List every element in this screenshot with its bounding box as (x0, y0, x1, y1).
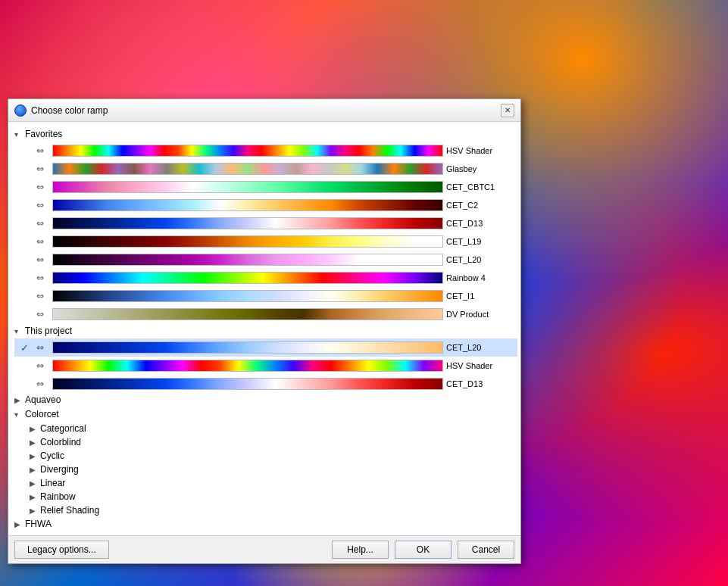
title-left: Choose color ramp (14, 104, 108, 117)
section-fhwa[interactable]: ▶ FHWA (11, 517, 517, 531)
ramp-bar-glasbey (52, 163, 443, 175)
dialog-titlebar: Choose color ramp ✕ (8, 99, 520, 122)
ramp-label-rainbow4: Rainbow 4 (446, 273, 514, 282)
section-favorites[interactable]: ▾ Favorites (11, 126, 517, 142)
swap-icon-dv-product[interactable] (31, 307, 49, 321)
relief-shading-arrow: ▶ (30, 507, 40, 515)
ramp-bar-cet-l20-sel (52, 341, 443, 354)
section-colorcet[interactable]: ▾ Colorcet (11, 407, 517, 422)
linear-arrow: ▶ (30, 479, 40, 488)
checkmark-cet-l20-sel: ✓ (17, 342, 31, 354)
this-project-label: This project (25, 326, 72, 336)
ramp-label-hsv-shader2: HSV Shader (446, 361, 514, 370)
ramp-row-cet-d13-2[interactable]: CET_D13 (14, 375, 517, 393)
ramp-label-cet-cbtc1: CET_CBTC1 (446, 182, 514, 192)
ramp-row-rainbow4[interactable]: Rainbow 4 (14, 269, 517, 287)
fhwa-label: FHWA (25, 519, 52, 529)
ramp-label-hsv-shader: HSV Shader (446, 146, 514, 155)
ramp-row-dv-product[interactable]: DV Product (14, 305, 517, 323)
ramp-bar-cet-d13 (52, 217, 443, 229)
ramp-bar-dv-product (52, 308, 443, 320)
swap-icon-cet-l20[interactable] (31, 253, 49, 267)
fhwa-arrow: ▶ (14, 520, 25, 528)
ramp-row-cet-l20[interactable]: CET_L20 (14, 251, 517, 269)
colorcet-arrow: ▾ (14, 410, 25, 419)
favorites-arrow: ▾ (14, 130, 25, 139)
ramp-row-cet-l20-sel[interactable]: ✓ CET_L20 (14, 338, 517, 357)
ramp-label-dv-product: DV Product (446, 310, 514, 319)
ramp-bar-cet-l19 (52, 235, 443, 248)
categorical-label: Categorical (40, 423, 86, 434)
cyclic-arrow: ▶ (30, 452, 40, 460)
footer-right: Help... OK Cancel (332, 541, 514, 559)
colorcet-content: ▶ Categorical ▶ Colorblind ▶ Cyclic ▶ Di… (11, 422, 517, 517)
cancel-button[interactable]: Cancel (458, 541, 514, 559)
swap-icon-cet-c2[interactable] (31, 198, 49, 212)
ramp-label-cet-l20-sel: CET_L20 (446, 343, 514, 352)
ramp-label-cet-l20: CET_L20 (446, 255, 514, 264)
ramp-row-cet-cbtc1[interactable]: CET_CBTC1 (14, 178, 517, 196)
colorcet-colorblind[interactable]: ▶ Colorblind (14, 435, 517, 449)
this-project-content: ✓ CET_L20 HSV Shader CET_D13 (11, 338, 517, 393)
ramp-bar-cet-d13-2 (52, 378, 443, 390)
ramp-bar-cet-i1 (52, 290, 443, 302)
ramp-bar-rainbow4 (52, 272, 443, 284)
swap-icon-cet-d13[interactable] (31, 217, 49, 230)
dialog-app-icon (14, 104, 27, 117)
dialog-title: Choose color ramp (31, 105, 108, 116)
close-button[interactable]: ✕ (501, 104, 514, 117)
colorcet-label: Colorcet (25, 409, 59, 419)
swap-icon-glasbey[interactable] (31, 162, 49, 176)
ramp-label-cet-d13: CET_D13 (446, 219, 514, 228)
colorcet-diverging[interactable]: ▶ Diverging (14, 463, 517, 476)
ramp-row-cet-l19[interactable]: CET_L19 (14, 232, 517, 251)
swap-icon-cet-i1[interactable] (31, 289, 49, 303)
swap-icon-rainbow4[interactable] (31, 271, 49, 285)
ramp-row-cet-i1[interactable]: CET_I1 (14, 287, 517, 305)
ramp-row-hsv-shader2[interactable]: HSV Shader (14, 357, 517, 375)
ramp-label-cet-d13-2: CET_D13 (446, 379, 514, 388)
relief-shading-label: Relief Shading (40, 505, 99, 516)
diverging-label: Diverging (40, 464, 79, 475)
ramp-bar-cet-c2 (52, 199, 443, 211)
colorcet-linear[interactable]: ▶ Linear (14, 476, 517, 490)
colorblind-arrow: ▶ (30, 438, 40, 447)
swap-icon-cet-l20-sel[interactable] (31, 341, 49, 354)
help-button[interactable]: Help... (332, 541, 389, 559)
legacy-options-button[interactable]: Legacy options... (14, 541, 109, 559)
colorcet-relief-shading[interactable]: ▶ Relief Shading (14, 503, 517, 517)
ramp-row-cet-d13[interactable]: CET_D13 (14, 214, 517, 232)
swap-icon-cet-d13-2[interactable] (31, 377, 49, 391)
swap-icon-hsv-shader2[interactable] (31, 359, 49, 372)
ramp-bar-cet-l20 (52, 254, 443, 266)
colorcet-rainbow[interactable]: ▶ Rainbow (14, 490, 517, 503)
rainbow-arrow: ▶ (30, 493, 40, 501)
ramp-row-cet-c2[interactable]: CET_C2 (14, 196, 517, 214)
colorcet-categorical[interactable]: ▶ Categorical (14, 422, 517, 435)
ramp-label-cet-i1: CET_I1 (446, 291, 514, 301)
aquaveo-arrow: ▶ (14, 396, 25, 404)
section-this-project[interactable]: ▾ This project (11, 323, 517, 338)
colorblind-label: Colorblind (40, 437, 81, 447)
ramp-row-glasbey[interactable]: Glasbey (14, 160, 517, 178)
swap-icon-hsv-shader[interactable] (31, 144, 49, 157)
linear-label: Linear (40, 478, 65, 488)
rainbow-label: Rainbow (40, 491, 76, 502)
dialog-body: ▾ Favorites HSV Shader Glasbey CET_CBTC1 (8, 122, 520, 535)
colorcet-cyclic[interactable]: ▶ Cyclic (14, 449, 517, 463)
ramp-bar-hsv-shader2 (52, 360, 443, 372)
diverging-arrow: ▶ (30, 466, 40, 474)
ramp-bar-cet-cbtc1 (52, 181, 443, 193)
ramp-label-cet-l19: CET_L19 (446, 237, 514, 246)
cyclic-label: Cyclic (40, 450, 64, 461)
aquaveo-label: Aquaveo (25, 394, 61, 405)
favorites-label: Favorites (25, 129, 62, 139)
this-project-arrow: ▾ (14, 327, 25, 335)
choose-color-ramp-dialog: Choose color ramp ✕ ▾ Favorites HSV Shad… (8, 98, 521, 564)
swap-icon-cet-cbtc1[interactable] (31, 180, 49, 194)
ramp-row-hsv-shader[interactable]: HSV Shader (14, 142, 517, 160)
section-aquaveo[interactable]: ▶ Aquaveo (11, 393, 517, 407)
dialog-footer: Legacy options... Help... OK Cancel (8, 535, 520, 563)
ok-button[interactable]: OK (395, 541, 451, 559)
swap-icon-cet-l19[interactable] (31, 235, 49, 248)
